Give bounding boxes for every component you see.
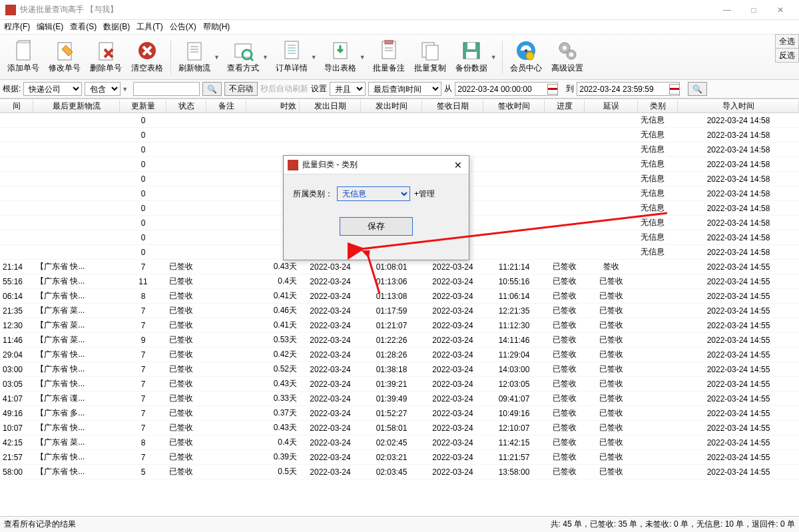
- column-header[interactable]: 状态: [166, 101, 206, 112]
- select-all-button[interactable]: 全选: [775, 34, 799, 49]
- chevron-down-icon[interactable]: ▼: [491, 54, 497, 61]
- svg-rect-11: [285, 41, 298, 59]
- maximize-button[interactable]: □: [740, 1, 767, 19]
- menu-item[interactable]: 查看(S): [70, 21, 97, 33]
- to-label: 到: [566, 83, 574, 95]
- app-icon: [5, 5, 16, 15]
- close-icon[interactable]: ✕: [451, 160, 465, 170]
- column-header[interactable]: 进度: [545, 101, 585, 112]
- table-header: 间最后更新物流更新量状态备注时效发出日期发出时间签收日期签收时间进度延误类别导入…: [0, 99, 799, 113]
- date-to-input[interactable]: [577, 82, 680, 96]
- contain-select[interactable]: 包含: [85, 82, 121, 96]
- add-button[interactable]: 添加单号: [3, 37, 44, 77]
- settings-link[interactable]: 设置: [311, 83, 327, 95]
- table-row[interactable]: 49:16【广东省 多...7已签收0.37天2022-03-2401:52:2…: [0, 406, 799, 421]
- svg-point-28: [526, 52, 534, 60]
- table-row[interactable]: 21:57【广东省 快...7已签收0.39天2022-03-2402:03:2…: [0, 450, 799, 465]
- close-button[interactable]: ✕: [767, 1, 794, 19]
- backup-button[interactable]: 备份数据: [451, 37, 492, 77]
- lastquery-select[interactable]: 最后查询时间: [368, 82, 441, 96]
- column-header[interactable]: 间: [0, 101, 33, 112]
- chevron-down-icon[interactable]: ▼: [360, 54, 366, 61]
- column-header[interactable]: 签收时间: [483, 101, 545, 112]
- titlebar: 快递批量查询高手 【与我】 — □ ✕: [0, 0, 799, 20]
- table-row[interactable]: 03:00【广东省 快...7已签收0.52天2022-03-2401:38:1…: [0, 362, 799, 377]
- status-left: 查看所有记录的结果: [4, 519, 76, 530]
- table-row[interactable]: 06:14【广东省 快...8已签收0.41天2022-03-2401:13:0…: [0, 289, 799, 304]
- column-header[interactable]: 延误: [585, 101, 638, 112]
- detail-button[interactable]: 订单详情: [271, 37, 312, 77]
- window-title: 快递批量查询高手 【与我】: [20, 4, 714, 15]
- filter-search-button[interactable]: 🔍: [688, 82, 707, 96]
- from-label: 从: [444, 83, 452, 95]
- column-header[interactable]: 最后更新物流: [33, 101, 120, 112]
- svg-point-27: [525, 49, 527, 52]
- copy-button[interactable]: 批量复制: [409, 37, 451, 77]
- svg-point-32: [569, 53, 573, 57]
- chevron-down-icon[interactable]: ▼: [214, 54, 220, 61]
- filter-bar: 根据: 快递公司 包含 ▼ 🔍 不启动 秒后自动刷新 设置 并且 最后查询时间 …: [0, 80, 799, 99]
- search-input[interactable]: [133, 82, 200, 96]
- status-right: 共: 45 单，已签收: 35 单，未签收: 0 单，无信息: 10 单，退回件…: [551, 519, 795, 530]
- member-button[interactable]: 会员中心: [505, 37, 547, 77]
- delete-button[interactable]: 删除单号: [85, 37, 127, 77]
- chevron-down-icon[interactable]: ▼: [262, 54, 268, 61]
- column-header[interactable]: 类别: [638, 101, 678, 112]
- clear-button[interactable]: 清空表格: [127, 37, 168, 77]
- svg-rect-24: [467, 43, 475, 49]
- date-from-input[interactable]: [455, 82, 558, 96]
- table-row[interactable]: 10:07【广东省 快...7已签收0.43天2022-03-2401:58:0…: [0, 421, 799, 435]
- column-header[interactable]: 发出日期: [300, 101, 361, 112]
- chevron-down-icon[interactable]: ▼: [122, 86, 128, 93]
- table-row[interactable]: 29:04【广东省 快...7已签收0.42天2022-03-2401:28:2…: [0, 348, 799, 362]
- category-select[interactable]: 无信息: [337, 186, 410, 201]
- settings-button[interactable]: 高级设置: [547, 37, 588, 77]
- manage-link[interactable]: +管理: [414, 188, 435, 200]
- minimize-button[interactable]: —: [714, 1, 740, 19]
- disable-button[interactable]: 不启动: [224, 82, 258, 96]
- column-header[interactable]: 签收日期: [422, 101, 483, 112]
- table-row[interactable]: 41:07【广东省 谍...7已签收0.33天2022-03-2401:39:4…: [0, 392, 799, 406]
- dialog-titlebar[interactable]: 批量归类 - 类别 ✕: [284, 156, 469, 174]
- search-button[interactable]: 🔍: [202, 82, 222, 96]
- view-button[interactable]: 查看方式: [222, 37, 264, 77]
- menu-item[interactable]: 程序(F): [4, 21, 30, 33]
- column-header[interactable]: 更新量: [120, 101, 166, 112]
- table-row[interactable]: 21:35【广东省 菜...7已签收0.46天2022-03-2401:17:5…: [0, 304, 799, 318]
- category-label: 所属类别：: [293, 188, 333, 200]
- svg-rect-18: [385, 40, 393, 44]
- save-button[interactable]: 保存: [340, 217, 413, 236]
- column-header[interactable]: 备注: [206, 101, 246, 112]
- note-button[interactable]: 批量备注: [368, 37, 409, 77]
- menu-item[interactable]: 数据(B): [103, 21, 130, 33]
- company-select[interactable]: 快递公司: [23, 82, 82, 96]
- column-header[interactable]: 导入时间: [678, 101, 799, 112]
- menu-item[interactable]: 编辑(E): [37, 21, 63, 33]
- table-row[interactable]: 03:05【广东省 快...7已签收0.43天2022-03-2401:39:2…: [0, 377, 799, 392]
- table-row[interactable]: 42:15【广东省 菜...8已签收0.4天2022-03-2402:02:45…: [0, 435, 799, 450]
- and-select[interactable]: 并且: [330, 82, 366, 96]
- export-button[interactable]: 导出表格: [320, 37, 361, 77]
- dialog-title: 批量归类 - 类别: [302, 159, 451, 170]
- svg-rect-22: [426, 45, 438, 60]
- column-header[interactable]: 时效: [246, 101, 300, 112]
- edit-button[interactable]: 修改单号: [44, 37, 85, 77]
- chevron-down-icon[interactable]: ▼: [311, 54, 317, 61]
- root-label: 根据:: [3, 83, 21, 95]
- table-row[interactable]: 11:46【广东省 菜...9已签收0.53天2022-03-2401:22:2…: [0, 333, 799, 348]
- menu-item[interactable]: 工具(T): [136, 21, 162, 33]
- svg-point-30: [563, 46, 567, 50]
- table-row[interactable]: 0无信息2022-03-24 14:58: [0, 128, 799, 142]
- table-row[interactable]: 55:16【广东省 快...11已签收0.4天2022-03-2401:13:0…: [0, 274, 799, 289]
- invert-select-button[interactable]: 反选: [775, 48, 799, 63]
- menu-item[interactable]: 帮助(H): [203, 21, 230, 33]
- table-row[interactable]: 21:14【广东省 快...7已签收0.43天2022-03-2401:08:0…: [0, 260, 799, 274]
- menu-item[interactable]: 公告(X): [170, 21, 196, 33]
- svg-line-10: [250, 57, 253, 61]
- table-row[interactable]: 12:30【广东省 菜...7已签收0.41天2022-03-2401:21:0…: [0, 318, 799, 333]
- table-row[interactable]: 58:00【广东省 快...5已签收0.5天2022-03-2402:03:45…: [0, 465, 799, 479]
- column-header[interactable]: 发出时间: [361, 101, 422, 112]
- svg-rect-25: [466, 52, 477, 59]
- table-row[interactable]: 0无信息2022-03-24 14:58: [0, 113, 799, 128]
- refresh-button[interactable]: 刷新物流: [174, 37, 215, 77]
